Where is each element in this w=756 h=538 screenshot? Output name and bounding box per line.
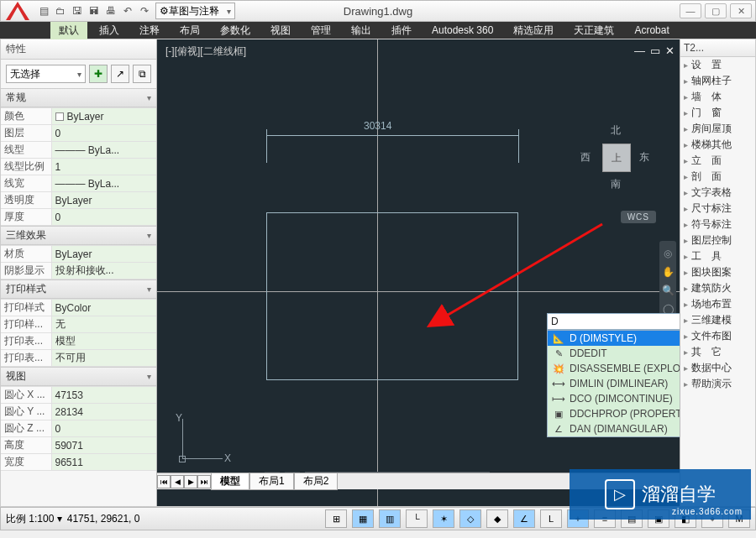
dw-close-icon[interactable]: ✕	[665, 44, 675, 57]
ac-item-dimangular[interactable]: ∠DAN (DIMANGULAR)	[548, 421, 680, 436]
ritem-tools[interactable]: ▸工 具	[680, 248, 755, 264]
sb-lwt-icon[interactable]: ≡	[594, 509, 616, 528]
tab-layout1[interactable]: 布局1	[249, 473, 294, 490]
ribbon-tab-default[interactable]: 默认	[50, 22, 87, 39]
ribbon-tab-layout[interactable]: 布局	[171, 22, 208, 39]
sb-snap-icon[interactable]: ▦	[352, 509, 374, 528]
wcs-badge[interactable]: WCS	[621, 211, 656, 223]
viewport-label[interactable]: [-][俯视][二维线框]	[165, 44, 246, 59]
ritem-door[interactable]: ▸门 窗	[680, 105, 755, 121]
ac-item-dimlinear[interactable]: ⟷DIMLIN (DIMLINEAR)	[548, 376, 680, 391]
sb-polar-icon[interactable]: ✶	[433, 509, 454, 528]
sb-dyn-icon[interactable]: +	[567, 509, 589, 528]
ribbon-tab-output[interactable]: 输出	[343, 22, 380, 39]
plot-icon[interactable]: 🖶	[103, 3, 118, 18]
ritem-block[interactable]: ▸图块图案	[680, 264, 755, 280]
ritem-help[interactable]: ▸帮助演示	[680, 376, 755, 392]
undo-icon[interactable]: ↶	[120, 3, 135, 18]
ribbon-tab-parametric[interactable]: 参数化	[212, 22, 259, 39]
sb-model-btn[interactable]: M	[728, 509, 750, 528]
ritem-symbol[interactable]: ▸符号标注	[680, 217, 755, 232]
sb-otrack-icon[interactable]: ∠	[513, 509, 535, 528]
ribbon-tab-addins[interactable]: 插件	[383, 22, 420, 39]
ac-item-explode[interactable]: 💥DISASSEMBLE (EXPLODE)	[548, 361, 680, 376]
ac-item-dimstyle[interactable]: 📐D (DIMSTYLE)	[548, 331, 680, 346]
sb-am-icon[interactable]: ⌖	[701, 509, 723, 528]
app-logo[interactable]	[6, 2, 29, 20]
ritem-text[interactable]: ▸文字表格	[680, 185, 755, 201]
ritem-dim[interactable]: ▸尺寸标注	[680, 201, 755, 217]
ritem-site[interactable]: ▸场地布置	[680, 296, 755, 312]
ritem-other[interactable]: ▸其 它	[680, 344, 755, 360]
tab-first-icon[interactable]: ⏮	[157, 475, 171, 488]
sb-tpy-icon[interactable]: ▤	[621, 509, 643, 528]
viewcube-south[interactable]: 南	[611, 177, 621, 191]
drawing-canvas[interactable]: [-][俯视][二维线框] — ▭ ✕ 30314 北 南 西 东 上 WCS …	[157, 39, 680, 506]
sb-ortho-icon[interactable]: └	[406, 509, 428, 528]
sb-qp-icon[interactable]: ▣	[648, 509, 669, 528]
ribbon-tab-acrobat[interactable]: Acrobat	[626, 23, 677, 38]
group-3d[interactable]: 三维效果▾	[1, 226, 156, 245]
ribbon-tab-a360[interactable]: Autodesk 360	[423, 23, 501, 38]
viewcube-east[interactable]: 东	[639, 150, 649, 165]
sb-3dosnap-icon[interactable]: ◆	[486, 509, 508, 528]
new-icon[interactable]: ▤	[36, 3, 51, 18]
sb-osnap-icon[interactable]: ◇	[459, 509, 481, 528]
ribbon-tab-manage[interactable]: 管理	[302, 22, 339, 39]
ritem-elevation[interactable]: ▸立 面	[680, 153, 755, 169]
maximize-button[interactable]: ▢	[705, 3, 727, 18]
ritem-3dmodel[interactable]: ▸三维建模	[680, 312, 755, 328]
ritem-settings[interactable]: ▸设 置	[680, 57, 755, 73]
command-input[interactable]	[547, 313, 680, 330]
zoom-icon[interactable]: 🔍	[662, 285, 675, 296]
ritem-layer[interactable]: ▸图层控制	[680, 232, 755, 248]
group-general[interactable]: 常规▾	[1, 88, 156, 107]
ribbon-tab-view[interactable]: 视图	[262, 22, 299, 39]
tab-model[interactable]: 模型	[211, 473, 249, 490]
pan-icon[interactable]: ✋	[662, 266, 675, 278]
tab-prev-icon[interactable]: ◀	[171, 475, 184, 488]
saveas-icon[interactable]: 🖬	[87, 3, 102, 18]
ac-item-properties[interactable]: ▣DDCHPROP (PROPERTIES)	[548, 406, 680, 421]
dw-minimize-icon[interactable]: —	[634, 44, 645, 57]
viewcube[interactable]: 北 南 西 东 上	[570, 112, 663, 204]
sb-infer-icon[interactable]: ⊞	[325, 509, 347, 528]
ritem-axis[interactable]: ▸轴网柱子	[680, 73, 755, 89]
viewcube-north[interactable]: 北	[611, 123, 621, 138]
open-icon[interactable]: 🗀	[53, 3, 68, 18]
viewcube-west[interactable]: 西	[580, 150, 591, 165]
ribbon-tab-annotate[interactable]: 注释	[131, 22, 168, 39]
tab-layout2[interactable]: 布局2	[294, 473, 339, 490]
ribbon-tab-featured[interactable]: 精选应用	[505, 22, 562, 39]
minimize-button[interactable]: —	[680, 3, 701, 18]
tab-last-icon[interactable]: ⏭	[197, 475, 211, 488]
workspace-selector[interactable]: ⚙ 草图与注释	[155, 3, 235, 19]
save-icon[interactable]: 🖫	[70, 3, 85, 18]
ac-item-dimcontinue[interactable]: ⟼DCO (DIMCONTINUE)	[548, 391, 680, 406]
redo-icon[interactable]: ↷	[137, 3, 152, 18]
viewcube-top-face[interactable]: 上	[602, 144, 631, 172]
ritem-wall[interactable]: ▸墙 体	[680, 89, 755, 105]
ritem-stair[interactable]: ▸楼梯其他	[680, 137, 755, 153]
tab-next-icon[interactable]: ▶	[184, 475, 197, 488]
sb-grid-icon[interactable]: ▥	[379, 509, 401, 528]
dw-restore-icon[interactable]: ▭	[650, 44, 660, 57]
select-objects-icon[interactable]: ↗	[111, 65, 129, 83]
ritem-room[interactable]: ▸房间屋顶	[680, 121, 755, 137]
ritem-section[interactable]: ▸剖 面	[680, 169, 755, 185]
sb-sc-icon[interactable]: ◧	[675, 509, 696, 528]
ribbon-tab-tianzheng[interactable]: 天正建筑	[565, 22, 622, 39]
ac-item-ddedit[interactable]: ✎DDEDIT	[548, 346, 680, 361]
scale-label[interactable]: 比例 1:100 ▾	[6, 512, 62, 526]
selection-combo[interactable]: 无选择	[6, 65, 86, 83]
ritem-file[interactable]: ▸文件布图	[680, 328, 755, 344]
quickselect-icon[interactable]: ✚	[89, 65, 108, 83]
pickadd-icon[interactable]: ⧉	[133, 65, 151, 83]
ribbon-tab-insert[interactable]: 插入	[91, 22, 128, 39]
ritem-fire[interactable]: ▸建筑防火	[680, 280, 755, 296]
ritem-data[interactable]: ▸数据中心	[680, 360, 755, 376]
sb-ducs-icon[interactable]: L	[540, 509, 562, 528]
close-button[interactable]: ✕	[730, 3, 752, 18]
steering-wheel-icon[interactable]: ◎	[664, 248, 672, 259]
group-view[interactable]: 视图▾	[1, 367, 156, 386]
